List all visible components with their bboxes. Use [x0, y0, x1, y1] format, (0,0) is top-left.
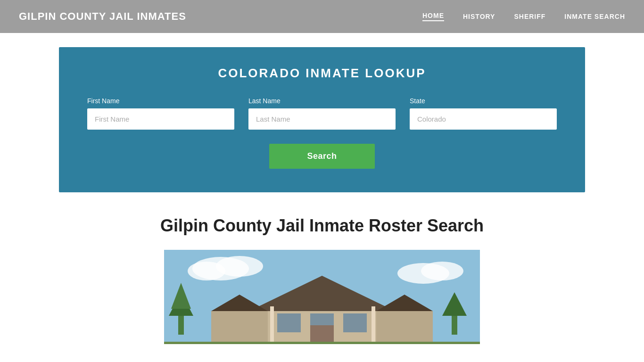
svg-rect-20 [310, 325, 334, 344]
site-title: GILPIN COUNTY JAIL INMATES [19, 10, 186, 23]
last-name-group: Last Name [248, 97, 396, 130]
svg-point-3 [188, 262, 225, 280]
site-header: GILPIN COUNTY JAIL INMATES HOME HISTORY … [0, 0, 644, 33]
main-content: Gilpin County Jail Inmate Roster Search [0, 192, 644, 344]
svg-rect-13 [211, 311, 268, 344]
first-name-group: First Name [87, 97, 234, 130]
state-group: State [410, 97, 557, 130]
first-name-label: First Name [87, 97, 234, 105]
svg-rect-19 [343, 313, 367, 332]
state-label: State [410, 97, 557, 105]
main-nav: HOME HISTORY SHERIFF INMATE SEARCH [422, 12, 625, 21]
state-input[interactable] [410, 108, 557, 130]
lookup-title: COLORADO INMATE LOOKUP [87, 66, 557, 81]
sub-header [0, 33, 644, 47]
search-button[interactable]: Search [269, 144, 374, 169]
svg-point-5 [421, 262, 463, 280]
search-btn-row: Search [87, 144, 557, 169]
form-row: First Name Last Name State [87, 97, 557, 130]
svg-rect-17 [277, 313, 301, 332]
nav-item-home[interactable]: HOME [422, 12, 444, 21]
roster-title: Gilpin County Jail Inmate Roster Search [94, 216, 550, 236]
svg-rect-21 [270, 306, 274, 344]
building-image [164, 250, 480, 344]
nav-item-history[interactable]: HISTORY [463, 13, 495, 20]
nav-item-inmate-search[interactable]: INMATE SEARCH [564, 13, 625, 20]
search-panel: COLORADO INMATE LOOKUP First Name Last N… [59, 47, 585, 192]
last-name-label: Last Name [248, 97, 396, 105]
svg-rect-23 [164, 342, 480, 344]
last-name-input[interactable] [248, 108, 396, 130]
first-name-input[interactable] [87, 108, 234, 130]
svg-rect-22 [372, 306, 375, 344]
svg-rect-15 [376, 311, 433, 344]
nav-item-sheriff[interactable]: SHERIFF [514, 13, 545, 20]
